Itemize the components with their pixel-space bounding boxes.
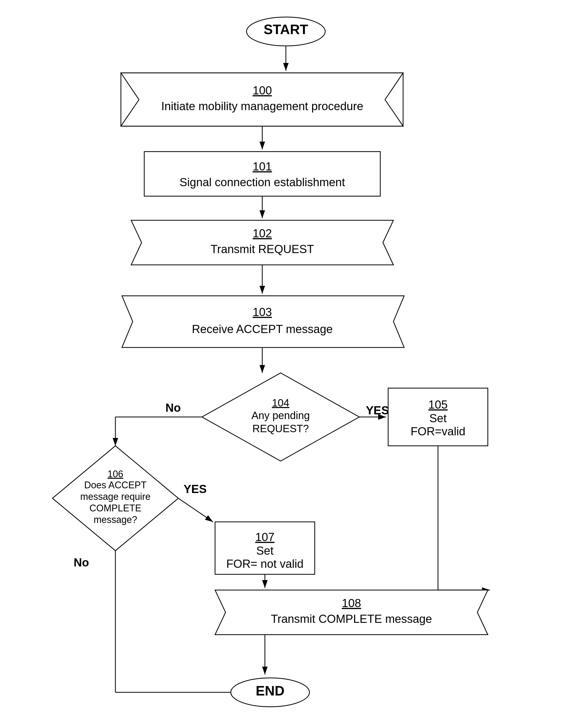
node-106-label-4: message? <box>94 514 137 525</box>
node-100-label: Initiate mobility management procedure <box>161 100 363 113</box>
node-108-id: 108 <box>342 597 361 609</box>
node-107-label-2: FOR= not valid <box>226 557 304 570</box>
node-104-id: 104 <box>272 397 290 409</box>
node-102-id: 102 <box>253 227 272 240</box>
svg-marker-10 <box>122 296 404 348</box>
node-104-label-2: REQUEST? <box>252 423 309 434</box>
node-105-label-1: Set <box>429 412 447 425</box>
svg-line-18 <box>178 498 213 522</box>
yes1-label: YES <box>366 404 389 417</box>
node-100-id: 100 <box>253 84 272 97</box>
node-101-label: Signal connection establishment <box>180 176 345 189</box>
node-101-id: 101 <box>253 160 272 173</box>
end-label: END <box>256 683 285 699</box>
no1-label: No <box>165 401 181 414</box>
node-105-id: 105 <box>428 398 447 411</box>
node-104-label-1: Any pending <box>252 410 310 421</box>
node-107-label-1: Set <box>256 544 274 557</box>
no2-label: No <box>74 556 89 569</box>
node-103-id: 103 <box>253 305 272 318</box>
node-107-id: 107 <box>255 530 274 543</box>
node-106-label-1: Does ACCEPT <box>84 480 147 490</box>
svg-rect-6 <box>144 152 380 196</box>
node-106-label-2: message require <box>80 491 151 502</box>
node-105-label-2: FOR=valid <box>411 425 465 438</box>
start-label: START <box>264 22 308 37</box>
node-108-label: Transmit COMPLETE message <box>271 612 432 625</box>
node-103-label: Receive ACCEPT message <box>192 322 333 336</box>
node-106-label-3: COMPLETE <box>89 503 141 513</box>
node-106-id: 106 <box>108 468 123 480</box>
yes2-label: YES <box>184 483 207 495</box>
node-102-label: Transmit REQUEST <box>211 242 314 256</box>
flowchart-diagram: START 100 Initiate mobility management p… <box>0 0 572 728</box>
